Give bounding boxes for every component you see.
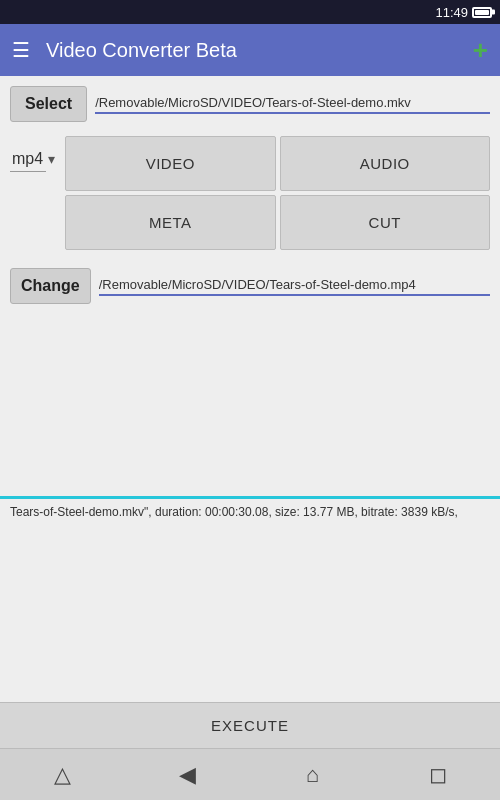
nav-triangle-icon[interactable]: ⌂ xyxy=(283,749,343,800)
input-file-path: /Removable/MicroSD/VIDEO/Tears-of-Steel-… xyxy=(95,95,490,114)
select-button[interactable]: Select xyxy=(10,86,87,122)
battery-icon xyxy=(472,7,492,18)
meta-button[interactable]: META xyxy=(65,195,276,250)
cut-button[interactable]: CUT xyxy=(280,195,491,250)
battery-area: 11:49 xyxy=(435,5,492,20)
chevron-down-icon: ▾ xyxy=(48,151,55,167)
format-select[interactable]: mp4 mkv avi mov mp3 xyxy=(10,146,46,172)
toolbar: ☰ Video Converter Beta + xyxy=(0,24,500,76)
audio-button[interactable]: AUDIO xyxy=(280,136,491,191)
action-buttons-grid: VIDEO AUDIO META CUT xyxy=(65,136,490,250)
change-row: Change /Removable/MicroSD/VIDEO/Tears-of… xyxy=(0,254,500,318)
nav-bar: △ ◀ ⌂ ◻ xyxy=(0,748,500,800)
format-select-wrap: mp4 mkv avi mov mp3 ▾ xyxy=(10,136,55,172)
time-label: 11:49 xyxy=(435,5,468,20)
format-row: mp4 mkv avi mov mp3 ▾ VIDEO AUDIO META C… xyxy=(0,132,500,254)
nav-home-icon[interactable]: ◀ xyxy=(158,749,218,800)
app-title: Video Converter Beta xyxy=(46,39,457,62)
nav-square-icon[interactable]: ◻ xyxy=(408,749,468,800)
change-button[interactable]: Change xyxy=(10,268,91,304)
nav-back-icon[interactable]: △ xyxy=(33,749,93,800)
output-file-path: /Removable/MicroSD/VIDEO/Tears-of-Steel-… xyxy=(99,277,490,296)
menu-icon[interactable]: ☰ xyxy=(12,38,30,62)
add-icon[interactable]: + xyxy=(473,35,488,66)
execute-button-wrap: EXECUTE xyxy=(0,702,500,748)
select-row: Select /Removable/MicroSD/VIDEO/Tears-of… xyxy=(0,76,500,132)
info-text: Tears-of-Steel-demo.mkv", duration: 00:0… xyxy=(0,499,500,525)
video-button[interactable]: VIDEO xyxy=(65,136,276,191)
log-area xyxy=(0,525,500,703)
status-bar: 11:49 xyxy=(0,0,500,24)
main-content: Select /Removable/MicroSD/VIDEO/Tears-of… xyxy=(0,76,500,748)
spacer-area xyxy=(0,318,500,496)
execute-button[interactable]: EXECUTE xyxy=(211,717,289,734)
